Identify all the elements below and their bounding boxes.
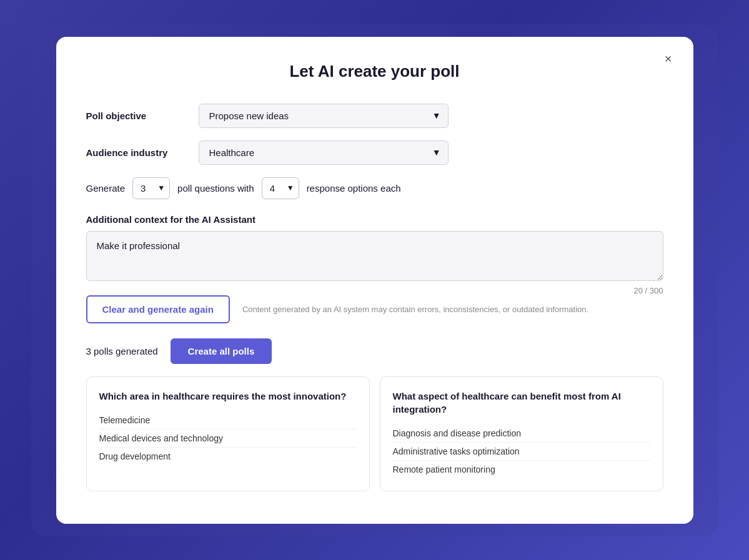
list-item: Administrative tasks optimization xyxy=(393,443,650,461)
poll-objective-label: Poll objective xyxy=(86,111,186,121)
poll-card-1-title: Which area in healthcare requires the mo… xyxy=(99,390,357,403)
poll-objective-select[interactable]: Propose new ideas xyxy=(199,104,449,128)
results-header: 3 polls generated Create all polls xyxy=(86,338,663,364)
modal: × Let AI create your poll Poll objective… xyxy=(56,37,693,524)
poll-card-2: What aspect of healthcare can benefit mo… xyxy=(380,376,663,491)
response-options-suffix-label: response options each xyxy=(307,183,401,194)
close-button[interactable]: × xyxy=(658,49,678,69)
form-section: Poll objective Propose new ideas ▼ Audie… xyxy=(86,104,663,199)
char-count: 20 / 300 xyxy=(86,286,663,295)
close-icon: × xyxy=(665,52,672,66)
poll-objective-row: Poll objective Propose new ideas ▼ xyxy=(86,104,663,128)
context-textarea[interactable]: Make it professional xyxy=(86,231,663,281)
response-options-select[interactable]: 4 xyxy=(262,177,299,199)
create-all-polls-button[interactable]: Create all polls xyxy=(171,338,272,364)
generate-row: Generate 3 ▼ poll questions with 4 ▼ res… xyxy=(86,177,663,199)
audience-industry-row: Audience industry Healthcare ▼ xyxy=(86,140,663,165)
polls-grid: Which area in healthcare requires the mo… xyxy=(86,376,663,491)
poll-questions-mid-label: poll questions with xyxy=(177,183,254,194)
questions-select-wrapper: 3 ▼ xyxy=(132,177,170,199)
modal-backdrop: × Let AI create your poll Poll objective… xyxy=(31,24,718,536)
poll-objective-select-wrapper: Propose new ideas ▼ xyxy=(199,104,449,128)
response-options-select-wrapper: 4 ▼ xyxy=(262,177,299,199)
list-item: Drug development xyxy=(99,448,357,465)
list-item: Diagnosis and disease prediction xyxy=(393,425,650,443)
questions-count-select[interactable]: 3 xyxy=(132,177,170,199)
disclaimer-text: Content generated by an AI system may co… xyxy=(242,305,663,314)
generate-prefix-label: Generate xyxy=(86,183,126,194)
action-row: Clear and generate again Content generat… xyxy=(86,295,663,323)
poll-card-2-title: What aspect of healthcare can benefit mo… xyxy=(393,390,650,416)
audience-industry-label: Audience industry xyxy=(86,147,186,158)
list-item: Medical devices and technology xyxy=(99,430,357,448)
audience-industry-select-wrapper: Healthcare ▼ xyxy=(199,140,449,165)
poll-card-1: Which area in healthcare requires the mo… xyxy=(86,376,370,491)
additional-context-label: Additional context for the AI Assistant xyxy=(86,214,663,225)
polls-generated-count: 3 polls generated xyxy=(86,346,158,356)
fade-overlay xyxy=(56,486,693,524)
modal-title: Let AI create your poll xyxy=(86,62,663,81)
clear-generate-button[interactable]: Clear and generate again xyxy=(86,295,230,323)
list-item: Telemedicine xyxy=(99,411,357,430)
additional-context-section: Additional context for the AI Assistant … xyxy=(86,214,663,295)
audience-industry-select[interactable]: Healthcare xyxy=(199,140,449,165)
list-item: Remote patient monitoring xyxy=(393,461,650,478)
